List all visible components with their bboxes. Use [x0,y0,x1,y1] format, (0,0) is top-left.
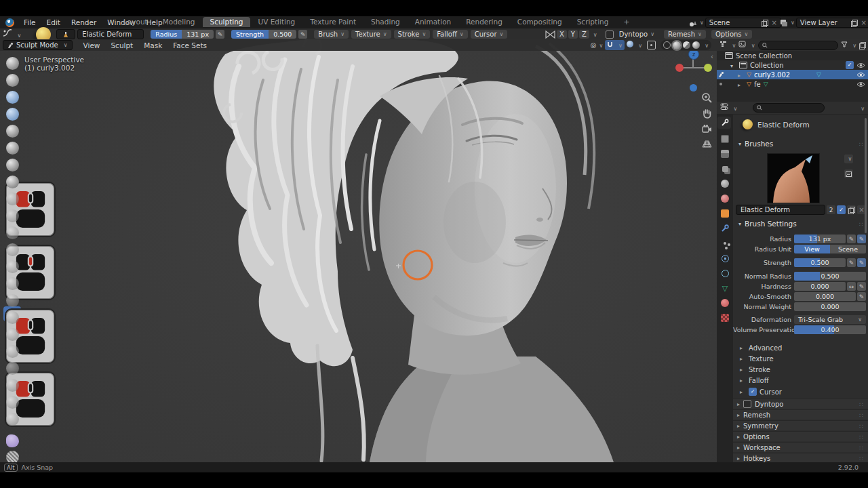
sculpt-tool-blob-icon[interactable] [6,159,19,171]
properties-tab-world[interactable] [719,192,731,205]
sculpt-tool-cloth-icon[interactable] [6,434,19,447]
symmetry-y-button[interactable]: Y [568,30,578,39]
proportional-editing-dropdown[interactable] [627,41,642,49]
outliner-row-object-fe[interactable]: ▽ fe ▽ [717,79,868,89]
hide-eye-icon[interactable] [856,62,865,68]
workspace-tab-compositing[interactable]: Compositing [511,17,569,27]
strength-pressure-icon[interactable] [857,258,866,267]
subpanel-stroke[interactable]: Stroke [740,366,770,373]
new-view-layer-icon[interactable] [851,20,857,26]
sculpt-tool-clay-strips-icon[interactable] [6,108,19,121]
radius-pressure-icon[interactable] [216,30,224,39]
pivot-point-dropdown[interactable]: ◎ [591,41,604,49]
camera-view-icon[interactable] [701,123,713,135]
outliner-row-collection[interactable]: Collection [717,60,868,70]
shading-rendered-icon[interactable] [692,41,700,49]
scene-selector-icon[interactable] [689,19,704,27]
hardness-slider[interactable]: 0.000 [794,282,846,291]
brush-users-count[interactable]: 2 [827,205,835,214]
3d-viewport[interactable]: Sculpt Mode View Sculpt Mask Face Sets ◎ [0,39,717,462]
symmetry-z-button[interactable]: Z [579,30,589,39]
strength-pressure-icon[interactable] [298,30,307,39]
properties-scrollbar[interactable] [865,118,867,233]
outliner-filter-dropdown[interactable] [841,41,856,49]
sculpt-tool-icon[interactable] [6,294,19,307]
workspace-tab-uv-editing[interactable]: UV Editing [252,17,302,27]
sculpt-tool-clay-icon[interactable] [6,91,19,104]
panel-hotkeys[interactable]: Hotkeys [733,453,868,463]
menu-file[interactable]: File [18,18,41,26]
blender-logo-icon[interactable] [5,18,14,27]
sculpt-tool-icon[interactable] [6,243,19,256]
viewport-menu-face-sets[interactable]: Face Sets [167,41,212,49]
sculpt-tool-icon[interactable] [6,396,19,409]
hardness-invert-icon[interactable] [847,282,856,291]
subpanel-falloff[interactable]: Falloff [740,377,769,384]
pan-viewport-hand-icon[interactable] [701,108,713,119]
symmetry-x-button[interactable]: X [557,30,567,39]
active-tool-dropdown[interactable] [3,29,21,39]
hide-eye-icon[interactable] [856,72,865,78]
properties-tab-output[interactable] [719,148,731,160]
sculpt-tool-crease-icon[interactable] [6,176,19,188]
dyntopo-panel-checkbox[interactable] [743,400,751,408]
strength-animate-icon[interactable] [847,258,856,267]
new-scene-icon[interactable] [762,20,768,26]
workspace-tab-modeling[interactable]: Modeling [156,17,202,27]
panel-grip[interactable] [859,401,864,408]
sculpt-tool-icon[interactable] [6,413,19,426]
outliner-display-mode-dropdown[interactable] [719,41,736,49]
expand-icon[interactable] [738,71,744,79]
radius-pressure-icon[interactable] [857,235,866,243]
properties-tab-tool[interactable] [719,117,731,129]
panel-workspace[interactable]: Workspace [733,442,868,452]
properties-tab-constraints[interactable] [719,267,731,279]
dyntopo-popover[interactable]: Dyntopo [615,30,658,39]
brush-image-button[interactable] [844,169,853,178]
properties-tab-scene[interactable] [719,178,731,190]
panel-grip[interactable] [859,422,864,430]
stroke-popover[interactable]: Stroke [394,30,431,39]
hide-eye-icon[interactable] [856,81,865,87]
subpanel-advanced[interactable]: Advanced [740,344,782,352]
overlays-toggle-icon[interactable] [647,41,656,49]
brush-datablock-icon[interactable] [56,29,75,39]
shading-dropdown[interactable] [702,41,709,49]
panel-remesh[interactable]: Remesh [733,409,868,420]
radius-slider[interactable]: 131 px [794,235,846,243]
sculpt-tool-draw-icon[interactable] [6,57,19,70]
brushes-panel-header[interactable]: Brushes [738,140,773,148]
texture-popover[interactable]: Texture [351,30,391,39]
outliner-search-input[interactable] [758,41,838,50]
snap-magnet-dropdown[interactable] [605,40,624,50]
strength-slider[interactable]: 0.500 [794,258,846,267]
shading-solid-icon[interactable] [673,41,681,49]
radius-slider-header[interactable]: Radius 131 px [151,30,214,39]
hardness-pressure-icon[interactable] [857,282,866,291]
viewport-menu-view[interactable]: View [78,41,106,49]
subpanel-cursor[interactable]: Cursor [740,388,782,396]
properties-tab-particles[interactable] [719,237,731,249]
sculpt-tool-layer-icon[interactable] [6,125,19,138]
panel-grip[interactable] [859,140,864,148]
workspace-tab-rendering[interactable]: Rendering [459,17,509,27]
gizmo-y-axis[interactable] [704,64,712,72]
subpanel-texture[interactable]: Texture [740,355,774,363]
radius-unit-view-button[interactable]: View [794,245,830,253]
remove-view-layer-icon[interactable] [861,19,866,26]
add-workspace-button[interactable]: + [616,17,636,27]
menu-render[interactable]: Render [66,18,102,26]
new-collection-icon[interactable] [859,42,865,49]
sculpt-tool-inflate-icon[interactable] [6,142,19,155]
viewport-menu-mask[interactable]: Mask [138,41,167,49]
mode-selector[interactable]: Sculpt Mode [3,40,73,50]
brush-settings-panel-header[interactable]: Brush Settings [738,220,797,228]
duplicate-brush-icon[interactable] [847,205,856,214]
expand-icon[interactable] [738,81,744,88]
collection-checkbox[interactable] [846,61,854,69]
strength-slider-header[interactable]: Strength 0.500 [231,30,296,39]
auto-smooth-pressure-icon[interactable] [857,292,866,301]
properties-tab-render[interactable] [719,133,731,145]
unlink-scene-icon[interactable] [771,19,776,26]
brush-name-field[interactable]: Elastic Deform [77,29,144,39]
